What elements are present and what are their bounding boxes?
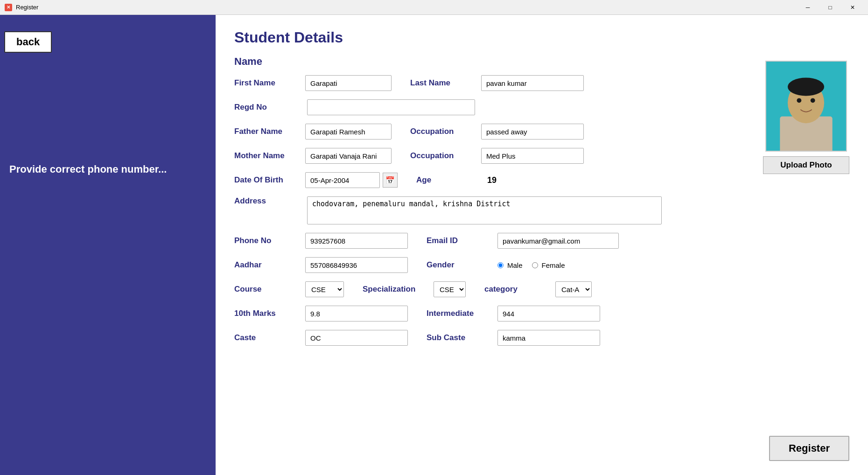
dob-field: Date Of Birth 📅 [234,172,398,188]
father-name-input[interactable] [305,124,392,140]
maximize-button[interactable]: □ [819,0,841,15]
course-row: Course CSE ECE EEE MECH CIVIL Specializa… [234,281,849,297]
register-button[interactable]: Register [769,436,849,461]
email-input[interactable] [497,233,619,249]
dob-label: Date Of Birth [234,175,300,185]
intermediate-label: Intermediate [427,309,492,318]
close-button[interactable]: ✕ [842,0,863,15]
caste-row: Caste Sub Caste [234,330,849,346]
father-occupation-field: Occupation [410,124,584,140]
name-section-title: Name [234,56,849,68]
name-row: First Name Last Name [234,75,849,91]
regd-no-row: Regd No [234,99,849,115]
svg-point-4 [788,77,824,96]
phone-input[interactable] [305,233,408,249]
dob-input[interactable] [305,172,380,188]
caste-label: Caste [234,333,300,342]
page-title: Student Details [234,29,849,46]
side-message: Provide correct phone number... [9,163,167,175]
back-button[interactable]: back [4,31,52,53]
father-name-field: Father Name [234,124,392,140]
sub-caste-label: Sub Caste [427,333,492,342]
address-label: Address [234,196,300,206]
gender-options: Male Female [497,261,565,269]
last-name-input[interactable] [481,75,584,91]
specialization-label: Specialization [363,285,428,294]
svg-point-6 [811,98,815,103]
mother-occupation-label: Occupation [410,151,476,161]
regd-no-label: Regd No [234,103,300,112]
father-row: Father Name Occupation [234,124,849,140]
title-bar: ✕ Register ─ □ ✕ [0,0,868,15]
main-panel: Student Details Upload Photo N [216,15,868,475]
first-name-label: First Name [234,78,300,88]
calendar-button[interactable]: 📅 [383,173,398,188]
category-label: category [484,285,550,294]
tenth-input[interactable] [305,306,408,321]
address-input[interactable]: chodovaram, penemaluru mandal, krishna D… [307,196,662,224]
intermediate-field: Intermediate [427,306,600,321]
gender-female-label: Female [542,261,565,269]
last-name-field: Last Name [410,75,584,91]
email-field: Email ID [427,233,619,249]
aadhar-gender-row: Aadhar Gender Male Female [234,257,849,273]
specialization-select[interactable]: CSE ECE EEE [434,281,466,297]
age-value: 19 [487,175,497,185]
tenth-label: 10th Marks [234,309,300,318]
last-name-label: Last Name [410,78,476,88]
first-name-input[interactable] [305,75,392,91]
sub-caste-input[interactable] [497,330,600,346]
course-label: Course [234,285,300,294]
regd-no-input[interactable] [307,99,475,115]
phone-label: Phone No [234,236,300,245]
gender-female-radio[interactable] [532,262,538,268]
photo-section: Upload Photo [763,61,849,174]
upload-photo-button[interactable]: Upload Photo [763,156,849,174]
gender-male-group: Male [497,261,523,269]
age-label: Age [416,175,482,185]
title-bar-controls: ─ □ ✕ [797,0,863,15]
age-field: Age 19 [416,175,497,185]
mother-name-field: Mother Name [234,148,392,164]
app-icon: ✕ [5,4,12,11]
father-name-label: Father Name [234,127,300,136]
tenth-field: 10th Marks [234,306,408,321]
aadhar-label: Aadhar [234,260,300,270]
minimize-button[interactable]: ─ [797,0,819,15]
category-field: category Cat-A Cat-B Cat-C [484,281,592,297]
course-field: Course CSE ECE EEE MECH CIVIL [234,281,344,297]
sub-caste-field: Sub Caste [427,330,600,346]
gender-label: Gender [427,260,492,270]
father-occupation-label: Occupation [410,127,476,136]
father-occupation-input[interactable] [481,124,584,140]
caste-field: Caste [234,330,408,346]
mother-name-label: Mother Name [234,151,300,161]
student-photo-svg [766,61,846,152]
dob-input-group: 📅 [305,172,398,188]
gender-male-radio[interactable] [497,262,504,268]
gender-male-label: Male [507,261,523,269]
email-label: Email ID [427,236,492,245]
app-title: Register [16,4,38,11]
student-photo [765,61,847,152]
dob-row: Date Of Birth 📅 Age 19 [234,172,849,188]
intermediate-input[interactable] [497,306,600,321]
mother-occupation-field: Occupation [410,148,584,164]
caste-input[interactable] [305,330,408,346]
first-name-field: First Name [234,75,392,91]
phone-field: Phone No [234,233,408,249]
mother-row: Mother Name Occupation [234,148,849,164]
specialization-field: Specialization CSE ECE EEE [363,281,466,297]
svg-point-5 [797,98,801,103]
title-bar-left: ✕ Register [5,4,38,11]
phone-email-row: Phone No Email ID [234,233,849,249]
aadhar-input[interactable] [305,257,408,273]
address-row: Address chodovaram, penemaluru mandal, k… [234,196,849,224]
course-select[interactable]: CSE ECE EEE MECH CIVIL [305,281,344,297]
aadhar-field: Aadhar [234,257,408,273]
mother-occupation-input[interactable] [481,148,584,164]
mother-name-input[interactable] [305,148,392,164]
gender-female-group: Female [532,261,565,269]
category-select[interactable]: Cat-A Cat-B Cat-C [555,281,592,297]
gender-field: Gender Male Female [427,260,565,270]
